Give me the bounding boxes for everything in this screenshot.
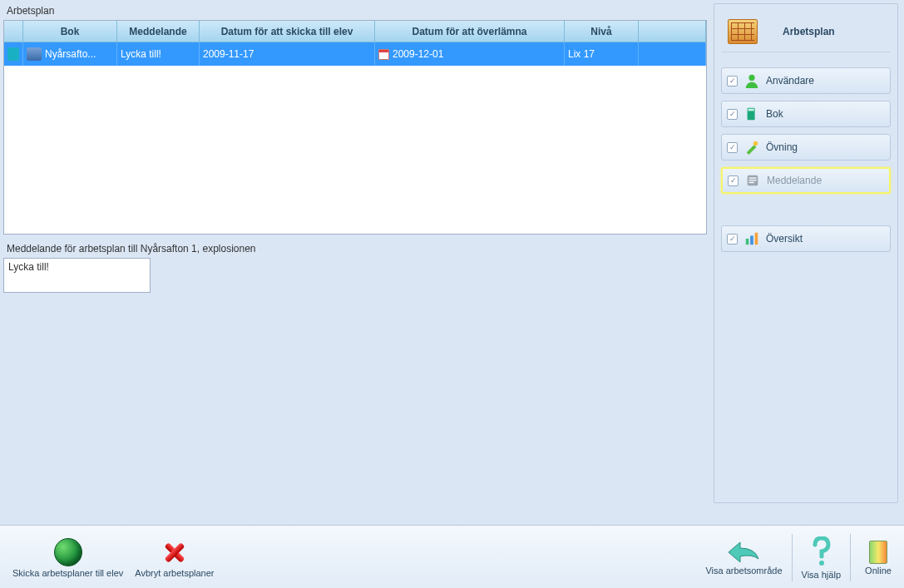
user-icon <box>744 73 759 88</box>
right-panel-header: Arbetsplan <box>721 11 891 52</box>
cell-datum-deliver: 2009-12-01 <box>375 42 565 66</box>
svg-point-3 <box>753 141 758 146</box>
col-header-bok[interactable]: Bok <box>23 21 117 42</box>
col-header-meddelande[interactable]: Meddelande <box>117 21 200 42</box>
col-header-rest <box>639 21 706 42</box>
send-workplans-button[interactable]: Skicka arbetsplaner till elev <box>7 529 129 586</box>
cell-rest <box>639 42 706 66</box>
message-label: Meddelande för arbetsplan till Nyårsafto… <box>3 235 707 258</box>
question-icon <box>808 536 833 568</box>
cell-niva: Lix 17 <box>565 42 639 66</box>
globe-icon <box>54 538 82 566</box>
cell-datum-send: 2009-11-17 <box>200 42 375 66</box>
workplan-grid[interactable]: Bok Meddelande Datum för att skicka till… <box>3 20 707 235</box>
button-label: Visa hjälp <box>802 570 842 580</box>
sidebar-item-label: Bok <box>766 108 783 120</box>
note-icon <box>745 173 760 188</box>
checkbox-icon[interactable]: ✓ <box>727 109 738 120</box>
book-icon <box>744 106 759 121</box>
sidebar-item-bok[interactable]: ✓ Bok <box>721 101 891 127</box>
calendar-grid-icon <box>728 19 758 44</box>
button-label: Skicka arbetsplaner till elev <box>12 568 123 578</box>
right-panel: Arbetsplan ✓ Användare ✓ Bok ✓ Övning ✓ <box>714 3 898 503</box>
show-workspace-button[interactable]: Visa arbetsområde <box>699 529 788 586</box>
svg-rect-10 <box>755 233 758 245</box>
right-panel-title: Arbetsplan <box>783 26 835 37</box>
book-icon <box>27 47 42 61</box>
sidebar-item-label: Användare <box>766 75 814 86</box>
back-arrow-icon <box>727 541 760 564</box>
show-help-button[interactable]: Visa hjälp <box>796 529 847 586</box>
svg-rect-7 <box>749 182 754 183</box>
svg-rect-8 <box>746 239 749 245</box>
col-header-datum-deliver[interactable]: Datum för att överlämna <box>375 21 565 42</box>
checkbox-icon[interactable]: ✓ <box>728 175 739 186</box>
svg-point-11 <box>819 561 824 566</box>
calendar-icon <box>378 49 389 60</box>
x-icon <box>161 538 189 566</box>
tools-icon <box>744 140 759 155</box>
bottom-toolbar: Skicka arbetsplaner till elev Avbryt arb… <box>0 525 904 588</box>
online-button[interactable]: Online <box>854 529 902 586</box>
button-label: Avbryt arbetsplaner <box>135 568 214 578</box>
svg-rect-6 <box>749 180 757 180</box>
sidebar-item-meddelande[interactable]: ✓ Meddelande <box>721 167 891 194</box>
separator <box>792 534 793 581</box>
sidebar-item-ovning[interactable]: ✓ Övning <box>721 134 891 161</box>
checkbox-icon[interactable]: ✓ <box>727 234 738 245</box>
svg-point-0 <box>748 75 754 81</box>
cancel-workplans-button[interactable]: Avbryt arbetsplaner <box>129 529 220 586</box>
col-header-niva[interactable]: Nivå <box>565 21 639 42</box>
checkbox-icon[interactable]: ✓ <box>727 76 738 86</box>
document-icon <box>7 47 19 61</box>
cell-bok: Nyårsafto... <box>23 42 117 66</box>
sidebar-item-anvandare[interactable]: ✓ Användare <box>721 67 891 94</box>
svg-rect-9 <box>750 235 753 245</box>
online-status-icon <box>869 541 887 564</box>
button-label: Online <box>865 566 892 576</box>
sidebar-item-label: Övning <box>766 141 798 153</box>
message-box[interactable]: Lycka till! <box>3 258 151 293</box>
col-header-icon[interactable] <box>4 21 23 42</box>
chart-icon <box>744 231 759 246</box>
button-label: Visa arbetsområde <box>705 566 782 576</box>
sidebar-item-label: Översikt <box>766 233 803 245</box>
checkbox-icon[interactable]: ✓ <box>727 142 738 153</box>
panel-title: Arbetsplan <box>3 3 707 20</box>
col-header-datum-send[interactable]: Datum för att skicka till elev <box>200 21 375 42</box>
sidebar-item-oversikt[interactable]: ✓ Översikt <box>721 225 891 252</box>
svg-rect-5 <box>749 177 757 178</box>
cell-datum-deliver-text: 2009-12-01 <box>393 48 443 60</box>
separator <box>850 534 851 581</box>
cell-bok-text: Nyårsafto... <box>45 48 96 60</box>
table-row[interactable]: Nyårsafto... Lycka till! 2009-11-17 2009… <box>4 42 706 66</box>
cell-meddelande: Lycka till! <box>117 42 200 66</box>
left-panel: Arbetsplan Bok Meddelande Datum för att … <box>3 3 707 503</box>
row-icon-cell <box>4 42 23 66</box>
svg-rect-2 <box>748 109 754 111</box>
sidebar-item-label: Meddelande <box>767 175 822 186</box>
grid-header: Bok Meddelande Datum för att skicka till… <box>4 21 706 42</box>
